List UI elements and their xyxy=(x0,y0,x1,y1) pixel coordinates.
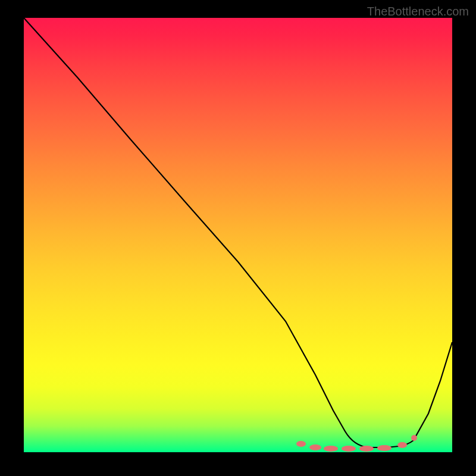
marker-dot xyxy=(296,441,306,447)
marker-dot xyxy=(359,446,374,452)
marker-dot xyxy=(324,446,338,452)
marker-dot xyxy=(342,446,356,452)
main-curve-line xyxy=(24,18,452,447)
marker-dot xyxy=(397,442,407,448)
watermark-text: TheBottleneck.com xyxy=(367,5,469,18)
chart-container xyxy=(24,18,452,452)
chart-svg xyxy=(24,18,452,452)
marker-dot xyxy=(377,445,392,451)
marker-dot xyxy=(309,444,321,450)
marker-dot xyxy=(411,435,417,441)
